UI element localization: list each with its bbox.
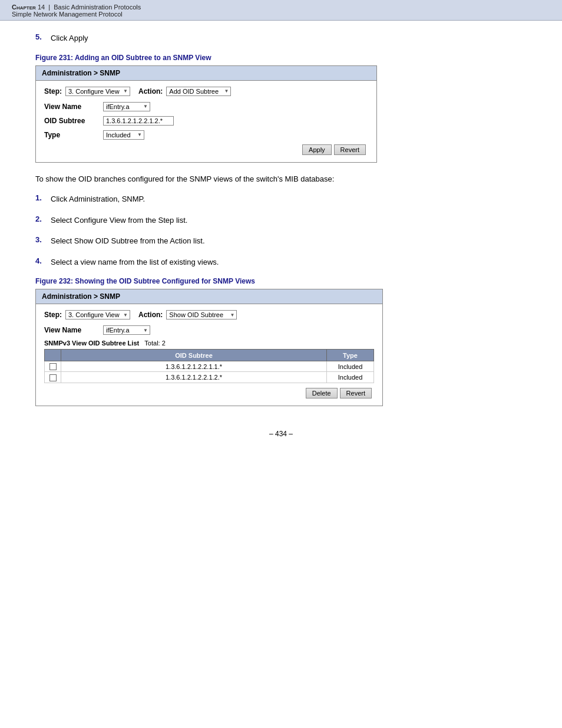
table-header-row: OID Subtree Type [45,350,374,361]
header-checkbox[interactable] [49,352,57,359]
main-content: 5. Click Apply Figure 231: Adding an OID… [0,21,562,462]
oid-subtree-input[interactable]: 1.3.6.1.2.1.2.2.1.2.* [103,116,174,126]
step-1: 1. Click Administration, SNMP. [35,193,527,205]
step-1-text: Click Administration, SNMP. [51,193,145,205]
delete-button[interactable]: Delete [306,388,338,398]
step-2-text: Select Configure View from the Step list… [51,215,187,226]
view-name-label: View Name [44,103,103,111]
col-oid-header: OID Subtree [61,350,327,361]
step-4-text: Select a view name from the list of exis… [51,256,219,268]
chapter-sep: | [47,4,54,11]
f232-view-name-select[interactable]: ifEntry.a [103,325,150,335]
figure-231-panel-title: Administration > SNMP [36,66,376,81]
f232-view-name-label: View Name [44,326,103,334]
apply-button[interactable]: Apply [302,144,332,155]
step-2: 2. Select Configure View from the Step l… [35,215,527,226]
row1-oid: 1.3.6.1.2.1.2.2.1.1.* [61,361,327,372]
step-4-num: 4. [35,256,46,265]
type-select[interactable]: Included [103,130,144,140]
figure-232-panel-body: Step: 3. Configure View Action: Show OID… [36,304,382,405]
step-5: 5. Click Apply [35,32,527,44]
view-name-select[interactable]: ifEntry.a [103,102,150,111]
action-label: Action: [138,87,163,95]
row2-oid: 1.3.6.1.2.1.2.2.1.2.* [61,372,327,383]
f232-step-select[interactable]: 3. Configure View [65,310,130,319]
page-number: – 434 – [35,430,527,438]
figure-232-btn-row: Delete Revert [44,388,374,398]
figure-231-btn-row: Apply Revert [44,144,368,155]
step-1-num: 1. [35,193,46,202]
step-5-text: Click Apply [51,32,88,44]
f232-step-label: Step: [44,311,62,319]
type-row: Type Included [44,130,368,140]
oid-subtree-table: OID Subtree Type 1.3.6.1.2.1.2.2.1.1.* I… [44,349,374,383]
middle-para: To show the OID branches configured for … [35,173,527,186]
table-row: 1.3.6.1.2.1.2.2.1.1.* Included [45,361,374,372]
revert-button[interactable]: Revert [334,144,366,155]
f232-action-select[interactable]: Show OID Subtree [166,310,237,319]
steps-section-2: 1. Click Administration, SNMP. 2. Select… [35,193,527,268]
f232-revert-button[interactable]: Revert [340,388,372,398]
figure-231-label: Figure 231: Adding an OID Subtree to an … [35,54,527,62]
step-3: 3. Select Show OID Subtree from the Acti… [35,235,527,247]
header-chapter: Chapter 14 | Basic Administration Protoc… [12,4,550,11]
type-label: Type [44,131,103,139]
header-bar: Chapter 14 | Basic Administration Protoc… [0,0,562,21]
step-3-text: Select Show OID Subtree from the Action … [51,235,205,247]
figure-232-step-bar: Step: 3. Configure View Action: Show OID… [44,310,374,319]
row2-checkbox[interactable] [45,372,61,383]
table-row: 1.3.6.1.2.1.2.2.1.2.* Included [45,372,374,383]
step-3-num: 3. [35,235,46,244]
chapter-num: 14 [38,4,45,11]
view-name-row: View Name ifEntry.a [44,102,368,111]
figure-231-panel: Administration > SNMP Step: 3. Configure… [35,65,377,163]
figure-232-label: Figure 232: Showing the OID Subtree Conf… [35,277,527,285]
action-select[interactable]: Add OID Subtree [166,87,231,96]
row2-type: Included [327,372,374,383]
figure-231-panel-body: Step: 3. Configure View Action: Add OID … [36,81,376,162]
figure-231-step-bar: Step: 3. Configure View Action: Add OID … [44,87,368,96]
f232-view-name-row: View Name ifEntry.a [44,325,374,335]
oid-subtree-label: OID Subtree [44,117,103,125]
step-label: Step: [44,87,62,95]
step-2-num: 2. [35,215,46,223]
chapter-title: Basic Administration Protocols [54,4,141,11]
step-4: 4. Select a view name from the list of e… [35,256,527,268]
chapter-label: Chapter [12,4,36,11]
header-subtitle: Simple Network Management Protocol [12,11,550,18]
f232-action-label: Action: [138,311,163,319]
figure-232-panel-title: Administration > SNMP [36,289,382,304]
step-select[interactable]: 3. Configure View [65,87,130,96]
row1-checkbox[interactable] [45,361,61,372]
figure-232-panel: Administration > SNMP Step: 3. Configure… [35,289,383,406]
row1-type: Included [327,361,374,372]
col-type-header: Type [327,350,374,361]
f232-list-header: SNMPv3 View OID Subtree List Total: 2 [44,340,374,347]
col-checkbox-header [45,350,61,361]
oid-subtree-row: OID Subtree 1.3.6.1.2.1.2.2.1.2.* [44,116,368,126]
step-5-num: 5. [35,32,46,41]
